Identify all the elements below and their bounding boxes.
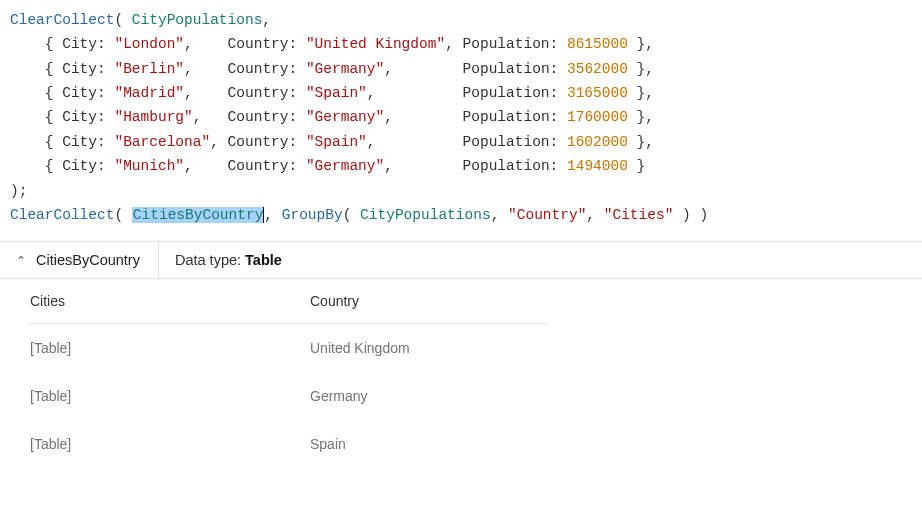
table-cell-cities[interactable]: [Table] [0,372,280,420]
table-cell-country[interactable]: Spain [280,420,560,468]
result-name-toggle[interactable]: ⌄ CitiesByCountry [0,242,159,278]
table-row[interactable]: [Table]United Kingdom [0,324,922,372]
result-table-header: Cities Country [0,279,922,323]
column-header-country[interactable]: Country [280,279,560,323]
result-panel: ⌄ CitiesByCountry Data type: Table Citie… [0,241,922,478]
column-header-cities[interactable]: Cities [0,279,280,323]
collection-citiesbycountry: CitiesByCountry [132,207,265,223]
groupby-source: CityPopulations [360,207,491,223]
table-row[interactable]: [Table]Spain [0,420,922,468]
close-paren-1: ); [10,183,27,199]
groupby-arg-cities: "Cities" [604,207,674,223]
fn-clearcollect-2: ClearCollect [10,207,114,223]
fn-groupby: GroupBy [282,207,343,223]
table-cell-country[interactable]: Germany [280,372,560,420]
fn-clearcollect: ClearCollect [10,12,114,28]
result-table: Cities Country [Table]United Kingdom[Tab… [0,279,922,478]
table-cell-cities[interactable]: [Table] [0,420,280,468]
table-row[interactable]: [Table]Germany [0,372,922,420]
formula-editor[interactable]: ClearCollect( CityPopulations, { City: "… [0,0,922,241]
data-type-value: Table [245,252,282,268]
table-cell-country[interactable]: United Kingdom [280,324,560,372]
table-cell-cities[interactable]: [Table] [0,324,280,372]
groupby-arg-country: "Country" [508,207,586,223]
data-type-label: Data type: [175,252,241,268]
result-header: ⌄ CitiesByCountry Data type: Table [0,242,922,279]
collection-citypopulations: CityPopulations [132,12,263,28]
data-type-box: Data type: Table [159,242,298,278]
result-collection-name: CitiesByCountry [36,252,140,268]
chevron-up-icon: ⌄ [14,253,28,267]
